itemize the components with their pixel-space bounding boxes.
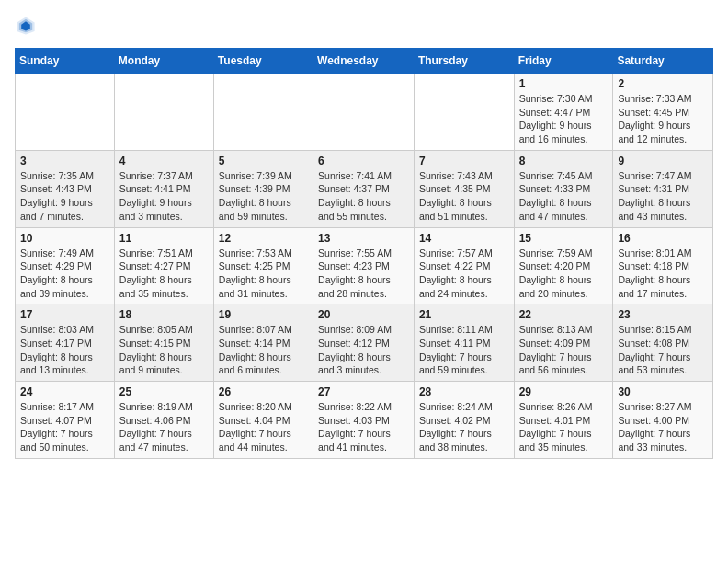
day-info: Sunrise: 7:35 AM Sunset: 4:43 PM Dayligh…: [20, 169, 109, 224]
day-info: Sunrise: 7:41 AM Sunset: 4:37 PM Dayligh…: [318, 169, 409, 224]
day-number: 4: [119, 155, 209, 167]
day-info: Sunrise: 7:45 AM Sunset: 4:33 PM Dayligh…: [519, 169, 609, 224]
day-number: 18: [119, 308, 209, 321]
calendar-cell: 30Sunrise: 8:27 AM Sunset: 4:00 PM Dayli…: [613, 382, 713, 459]
day-number: 28: [419, 385, 509, 398]
calendar-cell: [414, 74, 514, 151]
day-number: 20: [318, 308, 409, 321]
day-number: 22: [519, 308, 609, 321]
day-number: 5: [219, 155, 308, 167]
calendar-cell: 13Sunrise: 7:55 AM Sunset: 4:23 PM Dayli…: [313, 227, 415, 304]
calendar-table: SundayMondayTuesdayWednesdayThursdayFrid…: [15, 48, 713, 459]
day-info: Sunrise: 8:03 AM Sunset: 4:17 PM Dayligh…: [20, 323, 109, 377]
calendar-cell: 7Sunrise: 7:43 AM Sunset: 4:35 PM Daylig…: [414, 150, 514, 227]
calendar-cell: 1Sunrise: 7:30 AM Sunset: 4:47 PM Daylig…: [514, 74, 613, 151]
calendar-header-monday: Monday: [114, 49, 213, 74]
calendar-cell: [213, 74, 313, 151]
day-info: Sunrise: 8:22 AM Sunset: 4:03 PM Dayligh…: [318, 400, 409, 454]
day-number: 25: [119, 385, 209, 398]
day-number: 30: [618, 385, 708, 398]
calendar-header-row: SundayMondayTuesdayWednesdayThursdayFrid…: [16, 49, 713, 74]
day-number: 10: [20, 232, 109, 245]
page-header: [15, 15, 713, 37]
calendar-cell: 21Sunrise: 8:11 AM Sunset: 4:11 PM Dayli…: [414, 304, 514, 382]
day-info: Sunrise: 8:09 AM Sunset: 4:12 PM Dayligh…: [318, 323, 409, 377]
day-number: 9: [618, 155, 708, 167]
calendar-cell: 27Sunrise: 8:22 AM Sunset: 4:03 PM Dayli…: [313, 382, 415, 459]
day-info: Sunrise: 7:49 AM Sunset: 4:29 PM Dayligh…: [20, 247, 109, 301]
day-number: 2: [618, 77, 708, 90]
day-number: 13: [318, 232, 409, 245]
day-info: Sunrise: 7:53 AM Sunset: 4:25 PM Dayligh…: [219, 247, 308, 301]
calendar-cell: 18Sunrise: 8:05 AM Sunset: 4:15 PM Dayli…: [114, 304, 213, 382]
day-number: 29: [519, 385, 609, 398]
calendar-cell: 12Sunrise: 7:53 AM Sunset: 4:25 PM Dayli…: [213, 227, 313, 304]
calendar-week-row: 1Sunrise: 7:30 AM Sunset: 4:47 PM Daylig…: [16, 74, 713, 151]
day-info: Sunrise: 8:05 AM Sunset: 4:15 PM Dayligh…: [119, 323, 209, 377]
day-info: Sunrise: 7:33 AM Sunset: 4:45 PM Dayligh…: [618, 92, 708, 146]
calendar-header-friday: Friday: [514, 49, 613, 74]
calendar-week-row: 17Sunrise: 8:03 AM Sunset: 4:17 PM Dayli…: [16, 304, 713, 382]
calendar-cell: 24Sunrise: 8:17 AM Sunset: 4:07 PM Dayli…: [16, 382, 115, 459]
calendar-cell: [16, 74, 115, 151]
day-number: 6: [318, 155, 409, 167]
day-number: 8: [519, 155, 609, 167]
calendar-header-wednesday: Wednesday: [313, 49, 415, 74]
day-number: 24: [20, 385, 109, 398]
day-info: Sunrise: 7:47 AM Sunset: 4:31 PM Dayligh…: [618, 169, 708, 224]
calendar-week-row: 24Sunrise: 8:17 AM Sunset: 4:07 PM Dayli…: [16, 382, 713, 459]
day-info: Sunrise: 8:17 AM Sunset: 4:07 PM Dayligh…: [20, 400, 109, 454]
calendar-cell: 4Sunrise: 7:37 AM Sunset: 4:41 PM Daylig…: [114, 150, 213, 227]
day-info: Sunrise: 8:15 AM Sunset: 4:08 PM Dayligh…: [618, 323, 708, 377]
day-number: 23: [618, 308, 708, 321]
calendar-cell: 19Sunrise: 8:07 AM Sunset: 4:14 PM Dayli…: [213, 304, 313, 382]
calendar-cell: 22Sunrise: 8:13 AM Sunset: 4:09 PM Dayli…: [514, 304, 613, 382]
day-number: 19: [219, 308, 308, 321]
calendar-cell: 23Sunrise: 8:15 AM Sunset: 4:08 PM Dayli…: [613, 304, 713, 382]
day-info: Sunrise: 8:20 AM Sunset: 4:04 PM Dayligh…: [219, 400, 308, 454]
calendar-cell: 14Sunrise: 7:57 AM Sunset: 4:22 PM Dayli…: [414, 227, 514, 304]
calendar-cell: 16Sunrise: 8:01 AM Sunset: 4:18 PM Dayli…: [613, 227, 713, 304]
calendar-header-tuesday: Tuesday: [213, 49, 313, 74]
day-info: Sunrise: 7:59 AM Sunset: 4:20 PM Dayligh…: [519, 247, 609, 301]
day-number: 12: [219, 232, 308, 245]
day-number: 3: [20, 155, 109, 167]
day-number: 26: [219, 385, 308, 398]
day-info: Sunrise: 7:51 AM Sunset: 4:27 PM Dayligh…: [119, 247, 209, 301]
day-number: 1: [519, 77, 609, 90]
calendar-cell: 2Sunrise: 7:33 AM Sunset: 4:45 PM Daylig…: [613, 74, 713, 151]
calendar-cell: 9Sunrise: 7:47 AM Sunset: 4:31 PM Daylig…: [613, 150, 713, 227]
day-number: 15: [519, 232, 609, 245]
calendar-cell: 17Sunrise: 8:03 AM Sunset: 4:17 PM Dayli…: [16, 304, 115, 382]
day-info: Sunrise: 8:26 AM Sunset: 4:01 PM Dayligh…: [519, 400, 609, 454]
day-number: 7: [419, 155, 509, 167]
day-number: 14: [419, 232, 509, 245]
day-info: Sunrise: 8:24 AM Sunset: 4:02 PM Dayligh…: [419, 400, 509, 454]
logo-icon: [15, 15, 37, 37]
calendar-cell: 20Sunrise: 8:09 AM Sunset: 4:12 PM Dayli…: [313, 304, 415, 382]
calendar-header-thursday: Thursday: [414, 49, 514, 74]
calendar-cell: 5Sunrise: 7:39 AM Sunset: 4:39 PM Daylig…: [213, 150, 313, 227]
day-number: 17: [20, 308, 109, 321]
day-info: Sunrise: 8:01 AM Sunset: 4:18 PM Dayligh…: [618, 247, 708, 301]
day-info: Sunrise: 7:39 AM Sunset: 4:39 PM Dayligh…: [219, 169, 308, 224]
day-info: Sunrise: 8:13 AM Sunset: 4:09 PM Dayligh…: [519, 323, 609, 377]
calendar-cell: 28Sunrise: 8:24 AM Sunset: 4:02 PM Dayli…: [414, 382, 514, 459]
day-info: Sunrise: 8:07 AM Sunset: 4:14 PM Dayligh…: [219, 323, 308, 377]
day-info: Sunrise: 8:11 AM Sunset: 4:11 PM Dayligh…: [419, 323, 509, 377]
calendar-week-row: 10Sunrise: 7:49 AM Sunset: 4:29 PM Dayli…: [16, 227, 713, 304]
day-info: Sunrise: 7:30 AM Sunset: 4:47 PM Dayligh…: [519, 92, 609, 146]
calendar-cell: [114, 74, 213, 151]
day-info: Sunrise: 7:43 AM Sunset: 4:35 PM Dayligh…: [419, 169, 509, 224]
calendar-cell: 6Sunrise: 7:41 AM Sunset: 4:37 PM Daylig…: [313, 150, 415, 227]
calendar-cell: 25Sunrise: 8:19 AM Sunset: 4:06 PM Dayli…: [114, 382, 213, 459]
calendar-cell: 15Sunrise: 7:59 AM Sunset: 4:20 PM Dayli…: [514, 227, 613, 304]
calendar-cell: 8Sunrise: 7:45 AM Sunset: 4:33 PM Daylig…: [514, 150, 613, 227]
logo: [15, 15, 40, 37]
day-info: Sunrise: 7:37 AM Sunset: 4:41 PM Dayligh…: [119, 169, 209, 224]
calendar-cell: 3Sunrise: 7:35 AM Sunset: 4:43 PM Daylig…: [16, 150, 115, 227]
calendar-cell: 11Sunrise: 7:51 AM Sunset: 4:27 PM Dayli…: [114, 227, 213, 304]
calendar-cell: 10Sunrise: 7:49 AM Sunset: 4:29 PM Dayli…: [16, 227, 115, 304]
calendar-cell: [313, 74, 415, 151]
day-number: 16: [618, 232, 708, 245]
